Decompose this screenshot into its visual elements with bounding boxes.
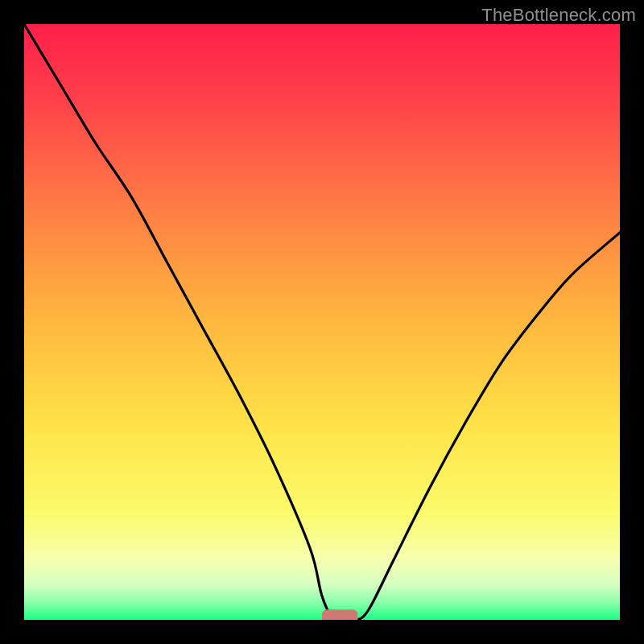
watermark-label: TheBottleneck.com [481,5,636,26]
chart-svg [24,24,620,620]
chart-frame: TheBottleneck.com [0,0,644,644]
optimal-zone-marker [322,609,357,620]
plot-area [24,24,620,620]
